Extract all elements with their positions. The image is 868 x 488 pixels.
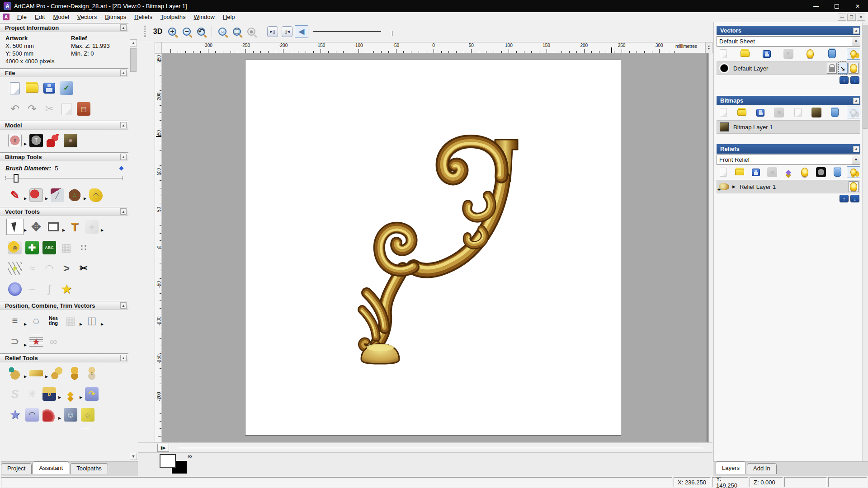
copy-relief-button[interactable]: ↷ bbox=[83, 386, 100, 402]
join-vectors-flyout-icon[interactable]: ▶ bbox=[24, 343, 28, 347]
viewport-vertical-scrollbar[interactable] bbox=[707, 53, 708, 442]
section-header-model[interactable]: Model ▲ bbox=[0, 121, 128, 130]
create-rectangle-flyout-icon[interactable]: ▶ bbox=[62, 228, 66, 232]
menu-model[interactable]: Model bbox=[49, 13, 73, 21]
swept-profile-button[interactable] bbox=[41, 407, 58, 423]
create-polyline-button[interactable]: ✱ bbox=[6, 260, 24, 277]
menu-vectors[interactable]: Vectors bbox=[73, 13, 101, 21]
measure-button[interactable]: ◎ bbox=[6, 239, 24, 256]
two-rail-sweep-button[interactable]: ◠ bbox=[24, 407, 41, 423]
block-copy-button[interactable]: ▦ bbox=[62, 313, 79, 329]
menu-help[interactable]: Help bbox=[219, 13, 239, 21]
trim-vectors-button[interactable]: ✂ bbox=[75, 260, 92, 277]
horizontal-scrollbar[interactable] bbox=[179, 448, 703, 448]
paint-flyout-icon[interactable]: ▶ bbox=[24, 197, 28, 201]
zoom-drawing-button[interactable]: □ bbox=[230, 25, 244, 38]
open-layer-button[interactable] bbox=[738, 48, 752, 60]
collapse-icon[interactable]: ▲ bbox=[120, 302, 127, 309]
chevron-down-icon[interactable]: ▼ bbox=[852, 37, 860, 46]
save-layer-button[interactable] bbox=[749, 166, 763, 178]
envelope-button[interactable]: ▦ bbox=[58, 239, 75, 256]
panel-tab-add-in[interactable]: Add In bbox=[747, 463, 777, 474]
relief-layer-stack-flyout-icon[interactable]: ▶ bbox=[80, 395, 83, 399]
extrude-button[interactable]: ◇ bbox=[79, 407, 96, 423]
model-page[interactable] bbox=[245, 60, 621, 436]
paste-along-curve-button[interactable]: ∷ bbox=[75, 239, 92, 256]
nesting-button[interactable]: Nes ting bbox=[45, 313, 62, 329]
set-model-size-flyout-icon[interactable]: ▶ bbox=[24, 142, 28, 146]
layer-visibility-button[interactable] bbox=[849, 63, 859, 74]
collapse-icon[interactable]: ▲ bbox=[120, 70, 127, 76]
assistant-tab-project[interactable]: Project bbox=[1, 463, 32, 474]
merge-relief-button[interactable] bbox=[66, 365, 83, 381]
basket-weave-button[interactable]: ▦ bbox=[24, 427, 41, 429]
visibility-button[interactable] bbox=[798, 166, 811, 178]
text-on-curve-button[interactable]: ◌ bbox=[28, 313, 45, 329]
collapse-icon[interactable]: ▲ bbox=[853, 98, 859, 104]
assistant-tab-toolpaths[interactable]: Toolpaths bbox=[70, 463, 108, 474]
cut-button[interactable]: ✂ bbox=[41, 101, 58, 117]
create-shape-flyout-icon[interactable]: ▶ bbox=[45, 375, 49, 379]
relief-layer-row[interactable]: + ▶ Relief Layer 1 bbox=[717, 180, 860, 193]
section-header-position-combine-trim[interactable]: Position, Combine, Trim Vectors ▲ bbox=[0, 301, 128, 310]
texture-relief-button[interactable]: ◉ bbox=[62, 132, 79, 149]
toolbar-grip[interactable] bbox=[144, 26, 146, 37]
emboss-relief-flyout-icon[interactable]: ▶ bbox=[58, 395, 62, 399]
interlock-button[interactable]: ∞ bbox=[45, 333, 62, 350]
collapse-icon[interactable]: ▲ bbox=[120, 208, 127, 215]
create-text-button[interactable]: T bbox=[66, 219, 83, 235]
face-wizard-button[interactable]: ☺ bbox=[62, 407, 79, 423]
delete-layer-button[interactable] bbox=[830, 166, 844, 178]
vector-layer-row[interactable]: Default Layer ↘ bbox=[717, 61, 860, 75]
menu-bitmaps[interactable]: Bitmaps bbox=[101, 13, 130, 21]
palette-flyout-icon[interactable]: ▶ bbox=[84, 197, 87, 201]
layers-panel-scrollbar[interactable] bbox=[862, 22, 868, 462]
collapse-icon[interactable]: ▲ bbox=[120, 122, 127, 128]
paint-button[interactable]: ✎ bbox=[6, 187, 24, 203]
create-shape-button[interactable] bbox=[28, 365, 45, 381]
add-relief-button[interactable] bbox=[49, 365, 66, 381]
toggle-all-visible-button[interactable] bbox=[847, 48, 860, 60]
open-layer-button[interactable] bbox=[733, 166, 746, 178]
mdi-restore-button[interactable]: ❐ bbox=[847, 14, 856, 21]
palette-button[interactable]: ∴ bbox=[66, 187, 83, 203]
zoom-in-button[interactable]: + bbox=[165, 25, 179, 38]
primary-colour-swatch[interactable] bbox=[160, 454, 176, 468]
greyscale-preview-button[interactable] bbox=[814, 166, 828, 178]
move-layer-up-button[interactable]: ↑ bbox=[840, 76, 849, 84]
split-relief-button[interactable] bbox=[75, 427, 92, 429]
move-layer-down-button[interactable]: ↓ bbox=[850, 76, 859, 84]
block-copy-flyout-icon[interactable]: ▶ bbox=[80, 322, 83, 326]
menu-reliefs[interactable]: Reliefs bbox=[130, 13, 156, 21]
collapse-icon[interactable]: ▲ bbox=[120, 154, 127, 160]
zoom-box-button[interactable]: ▫ bbox=[216, 25, 229, 38]
open-model-button[interactable] bbox=[24, 80, 41, 96]
create-rectangle-button[interactable] bbox=[45, 219, 62, 235]
vector-doctor-button[interactable]: ✚ bbox=[83, 219, 100, 235]
delete-layer-button[interactable] bbox=[828, 107, 842, 118]
constant-height-button[interactable] bbox=[41, 427, 58, 429]
texture-tool-button[interactable]: ❋ bbox=[58, 427, 75, 429]
transform-button[interactable]: ✥ bbox=[28, 219, 45, 235]
brush-diameter-slider[interactable] bbox=[5, 174, 123, 183]
new-layer-button[interactable] bbox=[717, 48, 730, 60]
open-layer-button[interactable] bbox=[735, 107, 749, 118]
menu-window[interactable]: Window bbox=[190, 13, 219, 21]
fit-arcs-button[interactable]: > bbox=[58, 260, 75, 277]
mdi-close-button[interactable]: ✕ bbox=[857, 14, 865, 21]
paste-button[interactable]: ▤ bbox=[75, 101, 92, 117]
turn-relief-button[interactable] bbox=[6, 427, 24, 429]
merge-layers-button[interactable]: ≋ bbox=[782, 48, 795, 60]
free-sketch-button[interactable]: ≈ bbox=[24, 260, 41, 277]
weld-vectors-button[interactable]: ◫ bbox=[83, 313, 100, 329]
zoom-out-button[interactable]: − bbox=[180, 25, 193, 38]
create-star-button[interactable]: ★ bbox=[58, 281, 75, 297]
flood-fill-button[interactable] bbox=[28, 187, 45, 203]
relief-layer-stack-button[interactable]: ◆ bbox=[62, 386, 79, 402]
magic-fill-button[interactable]: ◠ bbox=[87, 187, 104, 203]
ruler-unit-dropdown[interactable]: ▾▾ bbox=[705, 42, 712, 53]
lighting-button[interactable] bbox=[45, 132, 62, 149]
section-header-relief-tools[interactable]: Relief Tools ▲ bbox=[0, 353, 128, 362]
preview-relief-button[interactable]: ◀ bbox=[295, 25, 308, 38]
chevron-down-icon[interactable]: ▼ bbox=[852, 155, 860, 164]
